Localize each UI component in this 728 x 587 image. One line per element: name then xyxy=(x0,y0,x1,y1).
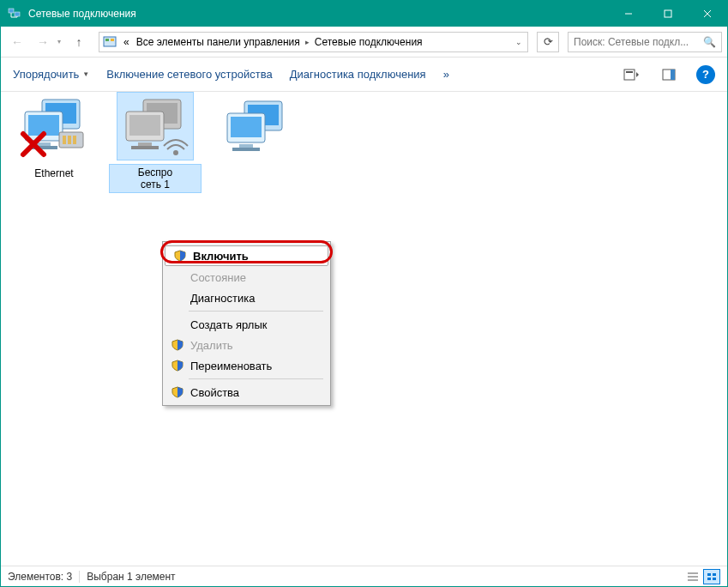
connection-ethernet[interactable]: Ethernet xyxy=(8,94,100,181)
cm-separator xyxy=(189,378,323,379)
control-panel-icon xyxy=(103,35,117,49)
command-bar: Упорядочить ▼ Включение сетевого устройс… xyxy=(1,57,727,92)
svg-rect-39 xyxy=(239,144,253,148)
svg-rect-32 xyxy=(138,142,152,146)
breadcrumb-1[interactable]: Все элементы панели управления xyxy=(133,36,304,48)
svg-rect-44 xyxy=(707,573,711,576)
svg-rect-20 xyxy=(37,142,51,146)
address-bar[interactable]: « Все элементы панели управления ▸ Сетев… xyxy=(99,32,528,52)
navigation-bar: ← → ▾ ↑ « Все элементы панели управления… xyxy=(1,27,727,57)
svg-rect-40 xyxy=(232,148,260,151)
titlebar: Сетевые подключения xyxy=(1,1,727,27)
ethernet-icon xyxy=(15,94,93,162)
connection-label xyxy=(210,166,303,169)
cm-properties[interactable]: Свойства xyxy=(163,382,330,402)
cm-create-shortcut[interactable]: Создать ярлык xyxy=(163,314,330,335)
preview-pane-button[interactable] xyxy=(659,64,679,85)
up-button[interactable]: ↑ xyxy=(68,31,90,53)
cm-delete: Удалить xyxy=(163,335,330,355)
enable-device-button[interactable]: Включение сетевого устройства xyxy=(106,68,272,81)
maximize-button[interactable] xyxy=(648,1,688,27)
shield-icon xyxy=(170,339,185,351)
organize-button[interactable]: Упорядочить ▼ xyxy=(13,68,89,81)
svg-rect-47 xyxy=(713,578,716,580)
connection-unnamed[interactable] xyxy=(210,94,303,169)
svg-rect-23 xyxy=(63,136,66,144)
cm-status: Состояние xyxy=(163,267,330,287)
diagnose-connection-button[interactable]: Диагностика подключения xyxy=(290,68,426,81)
cm-separator xyxy=(189,311,323,312)
svg-rect-15 xyxy=(671,70,675,80)
svg-rect-25 xyxy=(73,136,76,144)
svg-rect-6 xyxy=(665,10,671,17)
status-bar: Элементов: 3 Выбран 1 элемент xyxy=(1,566,727,586)
shield-icon xyxy=(172,250,188,262)
address-dropdown-icon[interactable]: ⌄ xyxy=(510,38,527,46)
shield-icon xyxy=(170,386,185,398)
breadcrumb-prefix: « xyxy=(120,36,133,48)
icons-view-button[interactable] xyxy=(703,569,720,584)
selection-text: Выбран 1 элемент xyxy=(87,571,175,583)
shield-icon xyxy=(170,360,185,372)
connection-wireless[interactable]: Беспро сеть 1 xyxy=(109,92,202,193)
window-title: Сетевые подключения xyxy=(28,8,609,20)
svg-point-34 xyxy=(174,151,177,154)
svg-rect-11 xyxy=(111,39,114,41)
svg-rect-24 xyxy=(68,136,71,144)
wireless-icon xyxy=(117,92,194,160)
svg-rect-13 xyxy=(626,71,633,73)
toolbar-overflow-button[interactable]: » xyxy=(443,68,449,81)
search-input[interactable]: Поиск: Сетевые подкл... 🔍 xyxy=(568,32,722,52)
breadcrumb-sep-icon[interactable]: ▸ xyxy=(304,38,311,46)
context-menu: Включить Состояние Диагностика Создать я… xyxy=(162,241,331,406)
help-button[interactable]: ? xyxy=(696,65,715,84)
svg-rect-33 xyxy=(131,146,159,149)
cm-rename[interactable]: Переименовать xyxy=(163,355,330,376)
refresh-button[interactable]: ⟳ xyxy=(537,32,559,52)
network-icon xyxy=(218,94,295,162)
svg-rect-38 xyxy=(231,117,262,137)
back-button[interactable]: ← xyxy=(6,31,28,53)
search-icon: 🔍 xyxy=(703,36,716,48)
search-placeholder: Поиск: Сетевые подкл... xyxy=(574,36,689,48)
details-view-button[interactable] xyxy=(684,569,701,584)
forward-button: → xyxy=(32,31,54,53)
connection-label: Ethernet xyxy=(8,166,100,181)
svg-rect-45 xyxy=(713,573,716,576)
view-options-button[interactable] xyxy=(621,64,641,85)
history-dropdown[interactable]: ▾ xyxy=(57,38,61,45)
svg-rect-1 xyxy=(15,12,20,16)
close-button[interactable] xyxy=(688,1,727,27)
breadcrumb-2[interactable]: Сетевые подключения xyxy=(311,36,426,48)
cm-enable[interactable]: Включить xyxy=(165,245,328,266)
connection-label: Беспро сеть 1 xyxy=(109,164,202,193)
chevron-down-icon: ▼ xyxy=(82,70,89,78)
svg-rect-46 xyxy=(707,578,711,580)
app-icon xyxy=(8,7,21,21)
svg-rect-10 xyxy=(105,39,109,41)
connections-area: Ethernet Беспро сеть 1 xyxy=(1,92,727,555)
svg-rect-12 xyxy=(624,70,635,80)
svg-rect-0 xyxy=(9,9,14,13)
minimize-button[interactable] xyxy=(609,1,648,27)
svg-rect-9 xyxy=(104,37,116,46)
item-count: Элементов: 3 xyxy=(8,571,72,583)
cm-diagnose[interactable]: Диагностика xyxy=(163,287,330,308)
svg-rect-31 xyxy=(129,115,160,136)
